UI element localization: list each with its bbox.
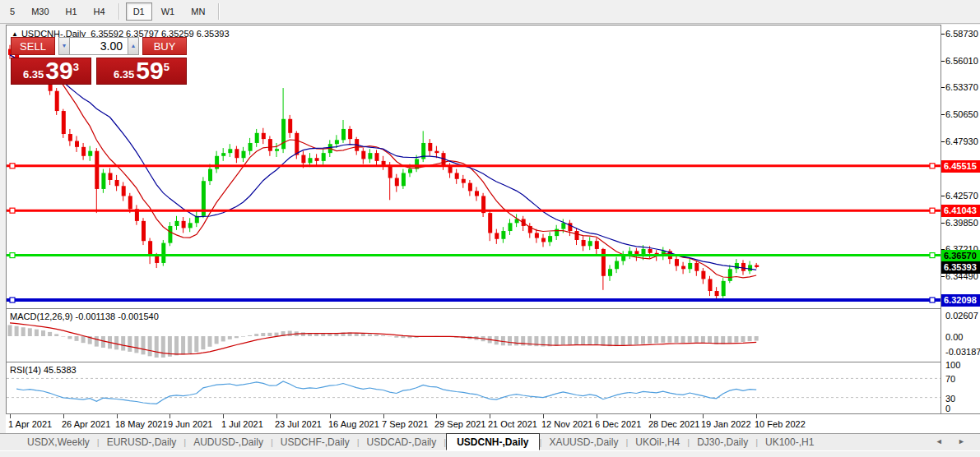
candle-down	[182, 221, 186, 228]
price-tag-level: 6.36570	[941, 250, 980, 262]
candle-down	[741, 263, 745, 271]
rsi-indicator-label: RSI(14) 45.5383	[10, 365, 77, 375]
date-axis-tick	[10, 414, 11, 418]
date-axis-label: 9 Jun 2021	[168, 419, 212, 429]
date-axis-label: 21 Oct 2021	[488, 419, 537, 429]
chart-tab-usdx-weekly[interactable]: USDX,Weekly	[20, 435, 97, 450]
macd-indicator-label: MACD(12,26,9) -0.001138 -0.001540	[10, 312, 159, 321]
line-handle[interactable]	[930, 298, 935, 302]
price-axis-label: 6.39850	[945, 218, 978, 228]
candle-up	[88, 151, 92, 156]
macd-scale-label: -0.03187	[945, 347, 980, 357]
candle-down	[468, 183, 472, 192]
candle-down	[142, 221, 146, 241]
price-axis-tick	[941, 87, 945, 88]
candle-down	[582, 240, 586, 246]
price-axis-tick	[941, 141, 945, 142]
bid-pipette: 3	[73, 61, 79, 73]
candle-up	[161, 243, 165, 263]
date-axis-label: 16 Aug 2021	[328, 419, 379, 429]
date-axis-tick	[330, 414, 331, 418]
buy-button[interactable]: BUY	[142, 37, 187, 55]
timeframe-button-h1[interactable]: H1	[58, 2, 85, 21]
chart-tab-eurusd-daily[interactable]: EURUSD-,Daily	[100, 435, 184, 450]
candle-down	[128, 196, 132, 209]
timeframe-button-w1[interactable]: W1	[154, 2, 183, 21]
price-axis-tick	[941, 223, 945, 224]
candle-down	[488, 213, 492, 233]
candle-up	[188, 223, 193, 228]
date-axis-tick	[170, 414, 170, 418]
candle-down	[235, 149, 239, 158]
timeframe-button-mn[interactable]: MN	[183, 2, 212, 21]
chart-tab-usdcnh-daily[interactable]: USDCNH-,Daily	[446, 433, 539, 450]
date-axis-label: 29 Sep 2021	[434, 419, 485, 429]
candle-down	[601, 249, 606, 276]
price-axis-tick	[941, 61, 945, 62]
date-axis-label: 6 Dec 2021	[595, 419, 641, 429]
line-handle[interactable]	[10, 164, 15, 168]
chart-tab-xauusd-daily[interactable]: XAUUSD-,Daily	[541, 435, 625, 450]
macd-scale-label: 0.00	[945, 332, 963, 342]
chart-tab-ukoil-h4[interactable]: UKOil-,H4	[628, 435, 687, 450]
chart-tab-dj30-daily[interactable]: DJ30-,Daily	[690, 435, 755, 450]
bid-price-display[interactable]: 6.35 39 3	[11, 58, 91, 85]
candle-up	[735, 263, 739, 269]
line-handle[interactable]	[10, 253, 15, 258]
candle-up	[402, 173, 406, 186]
candle-down	[428, 143, 432, 151]
chart-tab-usdchf-daily[interactable]: USDCHF-,Daily	[273, 435, 357, 450]
candle-down	[122, 186, 126, 196]
candle-up	[175, 221, 179, 226]
volume-increase-icon[interactable]: ▲	[128, 37, 139, 55]
line-handle[interactable]	[930, 164, 935, 168]
candle-down	[541, 238, 546, 242]
candle-up	[208, 169, 212, 182]
bid-big-digits: 39	[45, 58, 72, 83]
volume-decrease-icon[interactable]: ▼	[58, 37, 70, 55]
tab-scroll-arrows[interactable]: ◄ ►	[936, 437, 972, 445]
date-axis-tick	[276, 414, 277, 418]
bid-prefix: 6.35	[23, 68, 44, 81]
timeframe-button-d1[interactable]: D1	[126, 2, 152, 21]
timeframe-button-m30[interactable]: M30	[24, 2, 56, 21]
candle-up	[228, 149, 232, 153]
candle-down	[535, 233, 539, 238]
sell-button[interactable]: SELL	[11, 37, 55, 55]
price-axis-label: 6.56010	[945, 56, 978, 66]
candle-down	[295, 133, 299, 155]
date-axis-label: 26 Apr 2021	[62, 419, 110, 429]
macd-histogram	[10, 325, 756, 358]
chart-tab-uk100-h1[interactable]: UK100-,H1	[758, 435, 821, 450]
candle-up	[168, 226, 172, 243]
date-axis-label: 1 Apr 2021	[8, 419, 52, 429]
candle-up	[615, 261, 619, 270]
line-handle[interactable]	[10, 298, 15, 302]
candle-down	[288, 119, 292, 133]
date-axis-tick	[436, 414, 437, 418]
date-axis-label: 12 Nov 2021	[541, 419, 592, 429]
line-handle[interactable]	[930, 253, 935, 258]
timeframe-toolbar: 5M30H1H4D1W1MN	[0, 0, 980, 24]
candle-down	[568, 223, 572, 231]
chart-tab-audusd-daily[interactable]: AUDUSD-,Daily	[186, 435, 271, 450]
candle-up	[248, 143, 253, 151]
ask-pipette: 5	[164, 61, 170, 73]
date-axis-label: 10 Feb 2022	[755, 419, 806, 429]
ask-price-display[interactable]: 6.35 59 5	[96, 58, 187, 85]
candle-up	[101, 173, 105, 188]
candle-down	[268, 139, 272, 151]
candle-down	[595, 241, 599, 249]
volume-input[interactable]	[70, 37, 128, 55]
candle-down	[495, 233, 499, 238]
status-bar	[0, 450, 980, 457]
line-handle[interactable]	[930, 208, 935, 213]
candle-down	[75, 141, 79, 147]
date-axis-label: 23 Jul 2021	[275, 419, 322, 429]
timeframe-button-h4[interactable]: H4	[86, 2, 113, 21]
timeframe-button-5[interactable]: 5	[2, 2, 22, 21]
date-axis-label: 19 Jan 2022	[701, 419, 751, 429]
chart-tab-usdcad-daily[interactable]: USDCAD-,Daily	[360, 435, 444, 450]
line-handle[interactable]	[10, 208, 15, 213]
price-tag-current-bid: 6.35393	[941, 261, 980, 274]
